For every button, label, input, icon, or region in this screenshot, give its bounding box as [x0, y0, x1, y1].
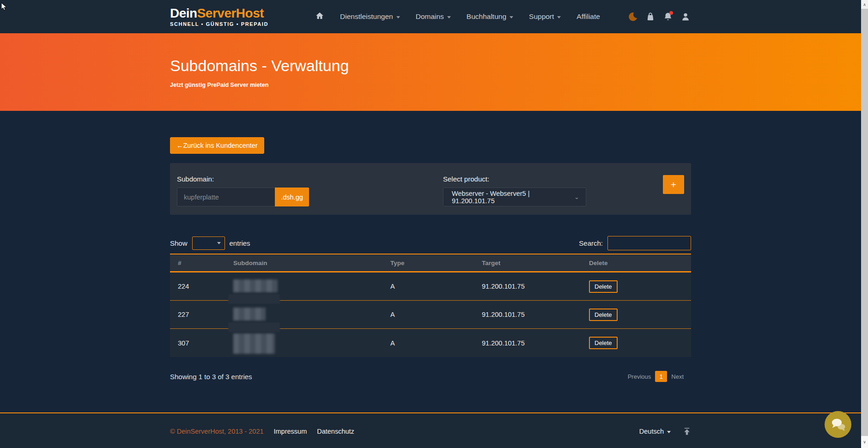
- notifications-bell-icon[interactable]: [662, 11, 674, 22]
- entries-label: entries: [230, 239, 250, 247]
- browser-scrollbar[interactable]: ∧ ∨: [861, 0, 868, 448]
- brand-logo[interactable]: DeinServerHost SCHNELL • GÜNSTIG • PREPA…: [170, 7, 268, 27]
- table-row: 307 A 91.200.101.75 Delete: [170, 329, 691, 357]
- navbar-icon-group: [627, 11, 691, 22]
- chevron-down-icon: ⌄: [574, 194, 579, 200]
- show-label: Show: [170, 239, 188, 247]
- cart-icon[interactable]: [645, 11, 656, 22]
- dark-mode-moon-icon[interactable]: [627, 11, 638, 22]
- chevron-down-icon: [510, 16, 513, 18]
- row-id: 224: [170, 283, 225, 290]
- page-title: Subdomains - Verwaltung: [170, 56, 691, 75]
- brand-tagline: SCHNELL • GÜNSTIG • PREPAID: [170, 22, 268, 27]
- footer-link-datenschutz[interactable]: Datenschutz: [317, 428, 354, 435]
- add-subdomain-button[interactable]: +: [663, 175, 684, 194]
- live-chat-button[interactable]: [825, 411, 851, 438]
- subdomain-label: Subdomain:: [177, 175, 443, 183]
- row-subdomain: [225, 272, 382, 300]
- row-type: A: [382, 283, 474, 290]
- chevron-down-icon: [667, 431, 671, 433]
- top-navbar: DeinServerHost SCHNELL • GÜNSTIG • PREPA…: [0, 0, 868, 33]
- nav-domains[interactable]: Domains: [408, 8, 459, 25]
- pagination-previous[interactable]: Previous: [628, 373, 651, 380]
- row-subdomain: [225, 301, 382, 328]
- back-to-customer-center-button[interactable]: ←Zurück ins Kundencenter: [170, 137, 264, 154]
- main-content: ←Zurück ins Kundencenter Subdomain: .dsh…: [0, 111, 868, 412]
- table-row: 227 A 91.200.101.75 Delete: [170, 301, 691, 329]
- table-summary: Showing 1 to 3 of 3 entries: [170, 373, 252, 381]
- row-target: 91.200.101.75: [474, 283, 581, 290]
- search-input[interactable]: [607, 236, 691, 250]
- nav-support[interactable]: Support: [521, 8, 569, 25]
- domain-suffix-button[interactable]: .dsh.gg: [275, 188, 309, 206]
- chevron-down-icon: [447, 16, 451, 18]
- chat-bubbles-icon: [829, 416, 847, 433]
- row-type: A: [382, 339, 474, 347]
- table-controls: Show entries Search:: [170, 236, 691, 250]
- footer: © DeinServerHost, 2013 - 2021 Impressum …: [0, 412, 868, 448]
- row-id: 227: [170, 311, 225, 318]
- add-subdomain-panel: Subdomain: .dsh.gg Select product: Webse…: [170, 163, 691, 215]
- redacted-subdomain: [233, 308, 266, 321]
- product-selected-value: Webserver - Webserver5 | 91.200.101.75: [452, 190, 574, 205]
- page-header-banner: Subdomains - Verwaltung Jetzt günstig Pr…: [0, 33, 868, 111]
- column-header-id[interactable]: #: [170, 260, 225, 266]
- scrollbar-down-arrow[interactable]: ∨: [861, 436, 868, 448]
- chevron-down-icon: [396, 16, 400, 18]
- pagination-next[interactable]: Next: [671, 373, 684, 380]
- main-navigation: Dienstleistungen Domains Buchhaltung Sup…: [307, 6, 608, 27]
- pagination: Previous 1 Next: [628, 371, 684, 382]
- redacted-subdomain: [233, 333, 275, 354]
- copyright-text: © DeinServerHost, 2013 - 2021: [170, 428, 264, 435]
- table-row: 224 A 91.200.101.75 Delete: [170, 272, 691, 301]
- notification-badge: [669, 11, 673, 15]
- pagination-page-1[interactable]: 1: [655, 371, 667, 382]
- redacted-subdomain: [228, 322, 280, 332]
- row-target: 91.200.101.75: [474, 311, 581, 318]
- subdomain-input[interactable]: [177, 188, 275, 206]
- delete-button[interactable]: Delete: [589, 280, 618, 293]
- row-type: A: [382, 311, 474, 318]
- column-header-target[interactable]: Target: [474, 260, 581, 266]
- nav-buchhaltung[interactable]: Buchhaltung: [459, 8, 521, 25]
- nav-dienstleistungen[interactable]: Dienstleistungen: [332, 8, 408, 25]
- redacted-subdomain: [233, 279, 278, 292]
- language-select[interactable]: Deutsch: [639, 428, 671, 435]
- chevron-down-icon: [217, 242, 221, 244]
- brand-name: DeinServerHost: [170, 7, 268, 20]
- user-account-icon[interactable]: [680, 11, 691, 22]
- search-label: Search:: [579, 239, 603, 247]
- page-subtitle: Jetzt günstig PrePaid Server mieten: [170, 82, 691, 88]
- nav-affiliate[interactable]: Affiliate: [569, 8, 608, 25]
- entries-per-page-select[interactable]: [192, 236, 225, 250]
- scroll-to-top-button[interactable]: [683, 427, 691, 436]
- column-header-delete[interactable]: Delete: [581, 260, 691, 266]
- delete-button[interactable]: Delete: [589, 309, 618, 321]
- scrollbar-up-arrow[interactable]: ∧: [861, 0, 868, 9]
- column-header-subdomain[interactable]: Subdomain: [225, 254, 382, 271]
- column-header-type[interactable]: Type: [382, 260, 474, 266]
- product-select[interactable]: Webserver - Webserver5 | 91.200.101.75 ⌄: [443, 188, 586, 206]
- delete-button[interactable]: Delete: [589, 337, 618, 349]
- row-subdomain: [225, 329, 382, 357]
- table-header-row: # Subdomain Type Target Delete: [170, 254, 691, 272]
- chevron-down-icon: [557, 16, 561, 18]
- select-product-label: Select product:: [443, 175, 586, 183]
- footer-link-impressum[interactable]: Impressum: [274, 428, 307, 435]
- subdomains-table: # Subdomain Type Target Delete 224 A 91.…: [170, 254, 691, 357]
- home-icon: [315, 11, 324, 22]
- redacted-subdomain: [228, 294, 280, 304]
- row-target: 91.200.101.75: [474, 339, 581, 347]
- row-id: 307: [170, 339, 225, 347]
- nav-home[interactable]: [307, 6, 332, 27]
